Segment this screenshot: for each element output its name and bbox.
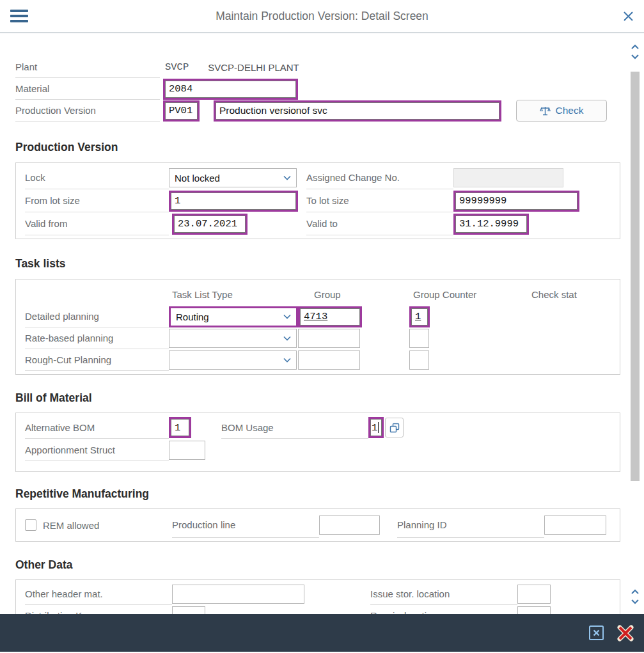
apportionment-struct-label: Apportionment Struct xyxy=(25,439,169,461)
column-header-task-list-type: Task List Type xyxy=(172,289,233,300)
from-lot-size-field[interactable]: 1 xyxy=(169,191,298,212)
bill-of-material-section: Alternative BOM 1 BOM Usage 1 Apportionm… xyxy=(15,413,620,472)
distribution-key-field[interactable] xyxy=(172,606,205,614)
scales-icon xyxy=(540,106,551,116)
valid-to-label: Valid to xyxy=(306,212,453,235)
copy-button[interactable] xyxy=(385,418,404,437)
column-header-check-stat: Check stat xyxy=(531,289,577,300)
scroll-up-icon[interactable] xyxy=(631,588,640,596)
scrollbar-thumb[interactable] xyxy=(631,72,640,481)
menu-icon[interactable] xyxy=(10,10,28,22)
column-header-group-counter: Group Counter xyxy=(413,289,476,300)
repetitive-manufacturing-section: REM allowed Production line Planning ID xyxy=(15,508,620,542)
plant-label: Plant xyxy=(15,56,160,78)
column-header-group: Group xyxy=(314,289,341,300)
chevron-down-icon xyxy=(283,175,291,180)
other-header-mat-field[interactable] xyxy=(172,585,304,604)
lock-row: Lock Not locked Assigned Change No. xyxy=(25,166,620,189)
section-title-production-version: Production Version xyxy=(15,141,644,154)
rate-based-planning-group-field[interactable] xyxy=(298,329,360,348)
alternative-bom-field[interactable]: 1 xyxy=(169,417,191,438)
valid-from-field[interactable]: 23.07.2021 xyxy=(172,214,247,235)
alternative-bom-row: Alternative BOM 1 BOM Usage 1 xyxy=(25,416,620,439)
production-version-row: Production Version PV01 Production versi… xyxy=(15,100,620,122)
rough-cut-planning-group-counter-field[interactable] xyxy=(409,350,429,370)
task-lists-header-row: Task List Type Group Group Counter Check… xyxy=(25,283,620,306)
section-title-bill-of-material: Bill of Material xyxy=(15,391,644,405)
task-list-row-rate-based-planning: Rate-based planning xyxy=(25,327,620,349)
valid-to-field[interactable]: 31.12.9999 xyxy=(453,214,529,235)
detailed-planning-group-counter-field[interactable]: 1 xyxy=(409,306,430,327)
issue-stor-location-field[interactable] xyxy=(517,585,551,604)
receiv-location-field[interactable] xyxy=(517,606,551,614)
other-header-mat-label: Other header mat. xyxy=(25,583,172,605)
cancel-x-icon[interactable] xyxy=(617,625,634,641)
to-lot-size-field[interactable]: 99999999 xyxy=(453,191,579,212)
text-cursor xyxy=(378,422,379,433)
scroll-controls-top xyxy=(631,43,640,60)
rem-row: REM allowed Production line Planning ID xyxy=(25,512,620,538)
detailed-planning-group-field[interactable]: 4713 xyxy=(298,306,362,327)
section-title-repetitive-manufacturing: Repetitive Manufacturing xyxy=(15,487,644,501)
material-label: Material xyxy=(15,78,160,100)
task-list-row-rough-cut-planning: Rough-Cut Planning xyxy=(25,349,620,371)
to-lot-size-label: To lot size xyxy=(306,189,453,212)
detailed-planning-label: Detailed planning xyxy=(25,306,169,327)
scroll-controls-bottom xyxy=(631,588,640,605)
rem-allowed-checkbox[interactable] xyxy=(25,519,36,531)
chevron-down-icon xyxy=(283,358,291,363)
lock-dropdown[interactable]: Not locked xyxy=(169,168,297,187)
rough-cut-planning-type-dropdown[interactable] xyxy=(169,350,297,370)
check-button-label: Check xyxy=(556,105,584,116)
planning-id-field[interactable] xyxy=(544,515,606,535)
production-line-label: Production line xyxy=(172,512,319,538)
check-button[interactable]: Check xyxy=(516,100,607,122)
boxed-x-icon[interactable] xyxy=(588,625,604,641)
assigned-change-no-label: Assigned Change No. xyxy=(306,166,453,189)
valid-from-label: Valid from xyxy=(25,212,169,235)
scroll-down-icon[interactable] xyxy=(631,52,640,60)
section-title-task-lists: Task lists xyxy=(15,257,644,271)
copy-icon xyxy=(389,423,400,433)
material-row: Material 2084 xyxy=(15,78,620,100)
production-version-description-field[interactable]: Production versionof svc xyxy=(214,100,501,122)
task-list-row-detailed-planning: Detailed planning Routing 4713 1 xyxy=(25,306,620,327)
title-bar: Maintain Production Version: Detail Scre… xyxy=(0,0,644,33)
alternative-bom-label: Alternative BOM xyxy=(25,416,169,439)
detail-screen-content: Plant SVCP SVCP-DELHI PLANT Material 208… xyxy=(0,33,644,614)
receiv-location-label: Receiv. location xyxy=(370,605,517,614)
scroll-down-icon[interactable] xyxy=(631,597,640,605)
from-lot-size-label: From lot size xyxy=(25,189,169,212)
rough-cut-planning-group-field[interactable] xyxy=(298,350,360,370)
distribution-key-row: Distribution Key Receiv. location xyxy=(25,605,620,614)
lock-label: Lock xyxy=(25,166,169,189)
validity-row: Valid from 23.07.2021 Valid to 31.12.999… xyxy=(25,212,620,235)
header-fields: Plant SVCP SVCP-DELHI PLANT Material 208… xyxy=(15,56,620,122)
production-line-field[interactable] xyxy=(319,515,380,535)
assigned-change-no-field[interactable] xyxy=(453,168,563,187)
rough-cut-planning-label: Rough-Cut Planning xyxy=(25,349,169,371)
section-title-other-data: Other Data xyxy=(15,558,644,572)
page-title: Maintain Production Version: Detail Scre… xyxy=(0,10,644,23)
rate-based-planning-type-dropdown[interactable] xyxy=(169,329,297,348)
production-version-label: Production Version xyxy=(15,100,160,122)
issue-stor-location-label: Issue stor. location xyxy=(370,583,517,605)
material-field[interactable]: 2084 xyxy=(163,79,298,100)
lot-size-row: From lot size 1 To lot size 99999999 xyxy=(25,189,620,212)
plant-row: Plant SVCP SVCP-DELHI PLANT xyxy=(15,56,620,78)
scroll-up-icon[interactable] xyxy=(631,43,640,51)
production-version-code-field[interactable]: PV01 xyxy=(163,100,200,122)
other-data-section: Other header mat. Issue stor. location D… xyxy=(15,579,620,614)
status-bar xyxy=(0,614,644,652)
apportionment-struct-field[interactable] xyxy=(169,441,205,460)
distribution-key-label: Distribution Key xyxy=(25,605,172,614)
rem-allowed-label: REM allowed xyxy=(43,512,172,538)
bom-usage-field[interactable]: 1 xyxy=(368,417,384,438)
plant-code: SVCP xyxy=(165,61,189,73)
rate-based-planning-group-counter-field[interactable] xyxy=(409,329,429,348)
detailed-planning-type-dropdown[interactable]: Routing xyxy=(169,306,298,327)
task-lists-section: Task List Type Group Group Counter Check… xyxy=(15,279,620,375)
production-version-section: Lock Not locked Assigned Change No. From… xyxy=(15,162,620,239)
close-icon[interactable] xyxy=(621,9,635,23)
other-header-mat-row: Other header mat. Issue stor. location xyxy=(25,583,620,605)
